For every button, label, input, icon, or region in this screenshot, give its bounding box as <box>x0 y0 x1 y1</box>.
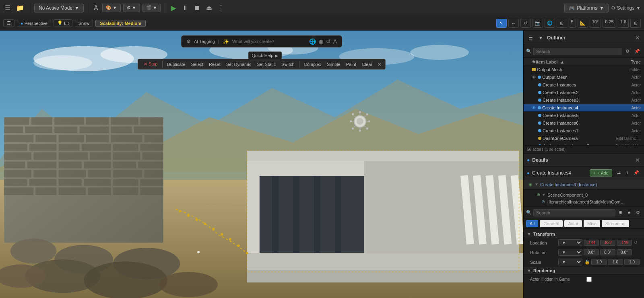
stop-btn[interactable]: ⏹ <box>192 4 202 12</box>
actor-hidden-checkbox[interactable] <box>586 277 592 282</box>
ai-tagging-input[interactable] <box>232 39 306 44</box>
grid-size-num[interactable]: 5 <box>569 19 576 28</box>
globe-btn[interactable]: 🌐 <box>545 19 555 28</box>
no-active-mode-btn[interactable]: No Active Mode ▼ <box>34 4 84 12</box>
play-btn[interactable]: ▶ <box>169 3 178 13</box>
outliner-item-output-mesh-folder[interactable]: Output Mesh Folder <box>524 66 644 74</box>
brush-mode-btn[interactable]: 🎨 ▼ <box>102 4 121 12</box>
translate-tool-btn[interactable]: ↔ <box>508 19 519 28</box>
outliner-item-dashcinecamera[interactable]: DashCineCamera Edit DashCi... <box>524 135 644 142</box>
project-icon-btn[interactable]: 📁 <box>14 2 26 13</box>
show-btn[interactable]: Show <box>75 20 93 27</box>
instance-label[interactable]: Create Instances4 (Instance) <box>540 182 597 187</box>
outliner-menu-btn[interactable]: ☰ <box>527 33 535 42</box>
details-gear-btn[interactable]: ⚙ <box>634 208 642 217</box>
outliner-item-create-instances2[interactable]: Create Instances2 Actor <box>524 89 644 97</box>
outliner-list[interactable]: Output Mesh Folder 👁 Output Mesh Actor C… <box>524 66 644 145</box>
details-misc-tab[interactable]: Misc <box>584 220 600 227</box>
rotation-dropdown[interactable]: ▼ <box>558 249 582 256</box>
collision-switch-btn[interactable]: Switch <box>279 61 297 68</box>
angle-btn[interactable]: 📐 <box>578 19 588 28</box>
camera-tool-btn[interactable]: 📷 <box>533 19 543 28</box>
collision-paint-btn[interactable]: Paint <box>344 61 359 68</box>
details-all-tab[interactable]: All <box>526 220 538 227</box>
collision-set-dynamic-btn[interactable]: Set Dynamic <box>224 61 254 68</box>
details-star-btn[interactable]: ★ <box>625 208 633 217</box>
location-refresh-icon[interactable]: ↺ <box>634 240 638 245</box>
ai-icon-grid[interactable]: ▦ <box>318 38 324 45</box>
outliner-settings-btn[interactable]: ⚙ <box>624 47 631 55</box>
outliner-item-dash-exterior[interactable]: dash_exterior_house_Ca StaticMeshV... <box>524 142 644 145</box>
location-dropdown[interactable]: ▼ <box>558 239 582 246</box>
scale-y-input[interactable] <box>608 259 623 265</box>
details-streaming-tab[interactable]: Streaming <box>602 220 629 227</box>
cinematic-btn[interactable]: 🎬 ▼ <box>142 4 161 12</box>
scale-num[interactable]: 1.8 <box>618 19 629 28</box>
eye-icon-ci4[interactable]: 👁 <box>532 105 536 110</box>
details-arrow-btn[interactable]: ⇄ <box>615 169 622 177</box>
ai-icon-text[interactable]: A <box>333 38 337 45</box>
outliner-close-btn[interactable]: ✕ <box>634 35 641 41</box>
collision-reset-btn[interactable]: Reset <box>206 61 223 68</box>
details-info-btn[interactable]: ℹ <box>625 169 630 177</box>
details-general-tab[interactable]: General <box>540 220 563 227</box>
scale-lock-icon[interactable]: 🔒 <box>584 259 590 265</box>
viewport-hamburger-btn[interactable]: ☰ <box>3 19 14 27</box>
layout-mode-btn[interactable]: ⚙ ▼ <box>123 4 140 12</box>
outliner-item-create-instances7[interactable]: Create Instances7 Actor <box>524 127 644 135</box>
viewport[interactable]: ⚙ AI Tagging | ✨ 🌐 ▦ ↺ A Quick Help ▶ ✕ … <box>0 31 523 298</box>
pause-btn[interactable]: ⏸ <box>180 4 190 12</box>
snap-num[interactable]: 0.25 <box>603 19 616 28</box>
quick-help-bar[interactable]: Quick Help ▶ <box>248 51 282 60</box>
lit-btn[interactable]: 💡 Lit <box>54 19 72 27</box>
collision-complex-btn[interactable]: Complex <box>301 61 324 68</box>
collision-set-static-btn[interactable]: Set Static <box>254 61 278 68</box>
scale-z-input[interactable] <box>624 259 640 265</box>
select-tool-btn[interactable]: ↖ <box>496 19 507 28</box>
location-y-input[interactable] <box>600 240 615 246</box>
outliner-search-input[interactable] <box>533 48 622 55</box>
mode-icon-a[interactable]: A <box>92 3 100 13</box>
outliner-item-create-instances4[interactable]: 👁 Create Instances4 Actor <box>524 104 644 112</box>
collision-duplicate-btn[interactable]: Duplicate <box>165 61 188 68</box>
more-options-btn[interactable]: ⋮ <box>216 2 226 13</box>
hamburger-btn[interactable]: ☰ <box>3 2 12 13</box>
tree-item-hierarchical[interactable]: ⊕ HierarchicalInstancedStaticMeshCompon.… <box>524 198 644 205</box>
outliner-item-output-mesh[interactable]: 👁 Output Mesh Actor <box>524 74 644 81</box>
details-content[interactable]: ▼ Transform Location ▼ ↺ <box>524 229 644 298</box>
rotation-z-input[interactable] <box>617 249 632 255</box>
details-view-btn[interactable]: ⊞ <box>617 208 624 217</box>
collision-close-btn[interactable]: ✕ <box>377 61 382 68</box>
rendering-section-header[interactable]: ▼ Rendering <box>524 267 644 275</box>
ai-icon-globe[interactable]: 🌐 <box>309 38 316 45</box>
ai-tagging-settings-icon[interactable]: ⚙ <box>186 39 191 44</box>
layout-grid-btn[interactable]: ⊞ <box>630 19 641 28</box>
collision-stop-btn[interactable]: ✕ Stop <box>141 61 160 68</box>
details-search-input[interactable] <box>533 209 615 216</box>
location-x-input[interactable] <box>584 240 599 246</box>
outliner-item-create-instances6[interactable]: Create Instances6 Actor <box>524 119 644 127</box>
perspective-btn[interactable]: ● Perspective <box>17 20 51 27</box>
eye-icon-output-mesh[interactable]: 👁 <box>532 75 536 80</box>
platforms-btn[interactable]: 🎮 Platforms ▼ <box>564 4 609 12</box>
settings-btn[interactable]: ⚙ Settings ▼ <box>611 5 641 11</box>
outliner-pin-btn[interactable]: 📌 <box>633 47 642 55</box>
location-z-input[interactable] <box>617 240 632 246</box>
surface-btn[interactable]: ⊞ <box>557 19 567 28</box>
outliner-filter-btn[interactable]: ▼ <box>537 34 545 42</box>
details-add-btn[interactable]: + + Add <box>590 169 612 177</box>
outliner-item-create-instances5[interactable]: Create Instances5 Actor <box>524 112 644 119</box>
collision-simple-btn[interactable]: Simple <box>324 61 343 68</box>
eject-btn[interactable]: ⏏ <box>204 3 214 12</box>
scale-x-input[interactable] <box>591 259 607 265</box>
rotation-x-input[interactable] <box>584 249 599 255</box>
details-actor-tab[interactable]: Actor <box>564 220 582 227</box>
scale-dropdown[interactable]: ▼ <box>558 259 582 265</box>
transform-section-header[interactable]: ▼ Transform <box>524 230 644 238</box>
details-close-btn[interactable]: ✕ <box>634 157 641 163</box>
outliner-item-create-instances3[interactable]: Create Instances3 Actor <box>524 97 644 104</box>
collision-clear-btn[interactable]: Clear <box>359 61 375 68</box>
scalability-btn[interactable]: Scalability: Medium <box>95 20 146 27</box>
tree-item-scene-component[interactable]: ⊕ ▼ SceneComponent_0 <box>524 191 644 198</box>
angle-num[interactable]: 10° <box>590 19 601 28</box>
